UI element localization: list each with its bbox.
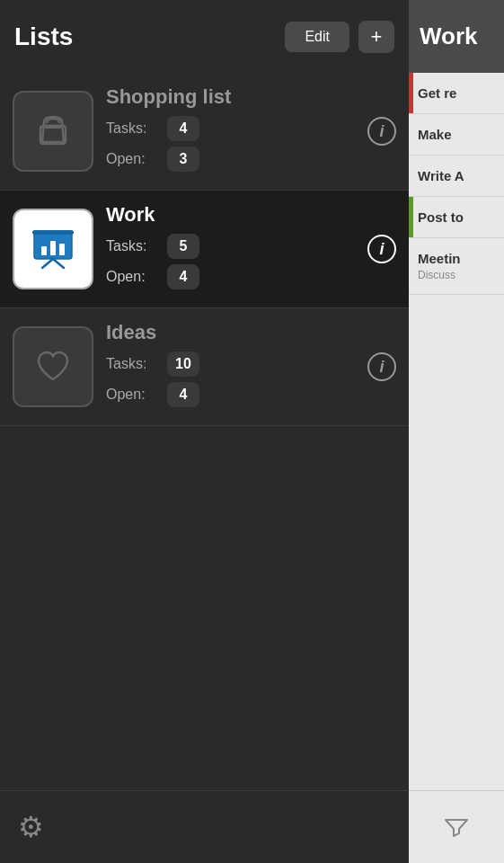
left-panel: Lists Edit + Shopping list Tasks: 4 — [0, 0, 409, 863]
ideas-list-icon — [13, 326, 93, 407]
work-info-icon[interactable]: i — [367, 235, 396, 263]
ideas-info-icon[interactable]: i — [367, 352, 396, 381]
shopping-open-count: 3 — [167, 147, 199, 172]
shopping-list-name: Shopping list — [106, 85, 367, 109]
shopping-list-icon — [13, 91, 93, 172]
right-task-text-3: Write A — [418, 168, 495, 183]
svg-line-5 — [42, 259, 53, 268]
work-open-stat: Open: 4 — [106, 264, 367, 289]
right-bottom-bar — [409, 790, 504, 863]
shopping-info-icon[interactable]: i — [367, 117, 396, 146]
right-task-text-5: Meetin — [418, 251, 495, 266]
right-task-item-5[interactable]: Meetin Discuss — [409, 238, 504, 295]
shopping-open-label: Open: — [106, 151, 160, 167]
list-item-shopping[interactable]: Shopping list Tasks: 4 Open: 3 i — [0, 73, 409, 191]
right-task-item-1[interactable]: Get re — [409, 73, 504, 114]
right-tasks-list: Get re Make Write A Post to Meetin Discu… — [409, 73, 504, 790]
settings-gear-icon[interactable]: ⚙ — [18, 810, 44, 844]
shopping-tasks-label: Tasks: — [106, 120, 160, 137]
right-header: Work — [409, 0, 504, 73]
work-tasks-count: 5 — [167, 234, 199, 259]
svg-rect-2 — [41, 246, 47, 255]
right-task-item-4[interactable]: Post to — [409, 197, 504, 238]
right-task-text-2: Make — [418, 127, 495, 142]
shopping-open-stat: Open: 3 — [106, 147, 367, 172]
work-open-count: 4 — [167, 264, 199, 289]
svg-line-6 — [53, 259, 64, 268]
svg-rect-4 — [59, 244, 65, 255]
right-task-item-3[interactable]: Write A — [409, 156, 504, 197]
work-open-label: Open: — [106, 269, 160, 285]
page-title: Lists — [14, 22, 276, 51]
list-item-ideas[interactable]: Ideas Tasks: 10 Open: 4 i — [0, 308, 409, 426]
work-list-name: Work — [106, 203, 367, 227]
list-item-work[interactable]: Work Tasks: 5 Open: 4 i — [0, 191, 409, 308]
shopping-tasks-count: 4 — [167, 116, 199, 141]
ideas-list-info: Ideas Tasks: 10 Open: 4 — [106, 321, 367, 413]
right-panel-title: Work — [420, 22, 478, 50]
right-task-item-2[interactable]: Make — [409, 114, 504, 156]
svg-rect-7 — [32, 230, 74, 235]
header: Lists Edit + — [0, 0, 409, 73]
ideas-list-name: Ideas — [106, 321, 367, 344]
shopping-list-info: Shopping list Tasks: 4 Open: 3 — [106, 85, 367, 177]
ideas-open-count: 4 — [167, 382, 199, 407]
work-list-icon — [13, 209, 93, 289]
ideas-open-stat: Open: 4 — [106, 382, 367, 407]
bottom-bar: ⚙ — [0, 790, 409, 863]
add-button[interactable]: + — [358, 21, 394, 53]
work-list-info: Work Tasks: 5 Open: 4 — [106, 203, 367, 295]
work-tasks-label: Tasks: — [106, 238, 160, 254]
ideas-tasks-stat: Tasks: 10 — [106, 351, 367, 377]
work-tasks-stat: Tasks: 5 — [106, 234, 367, 259]
svg-rect-3 — [50, 241, 56, 255]
list-container: Shopping list Tasks: 4 Open: 3 i — [0, 73, 409, 790]
shopping-tasks-stat: Tasks: 4 — [106, 116, 367, 141]
right-task-subtitle-5: Discuss — [418, 269, 495, 281]
filter-icon[interactable] — [442, 813, 471, 841]
ideas-tasks-count: 10 — [167, 351, 199, 377]
edit-button[interactable]: Edit — [285, 22, 349, 52]
right-task-text-1: Get re — [418, 85, 495, 101]
ideas-open-label: Open: — [106, 387, 160, 403]
right-task-text-4: Post to — [418, 209, 495, 225]
right-panel: Work Get re Make Write A Post to Meetin … — [409, 0, 504, 863]
ideas-tasks-label: Tasks: — [106, 356, 160, 372]
